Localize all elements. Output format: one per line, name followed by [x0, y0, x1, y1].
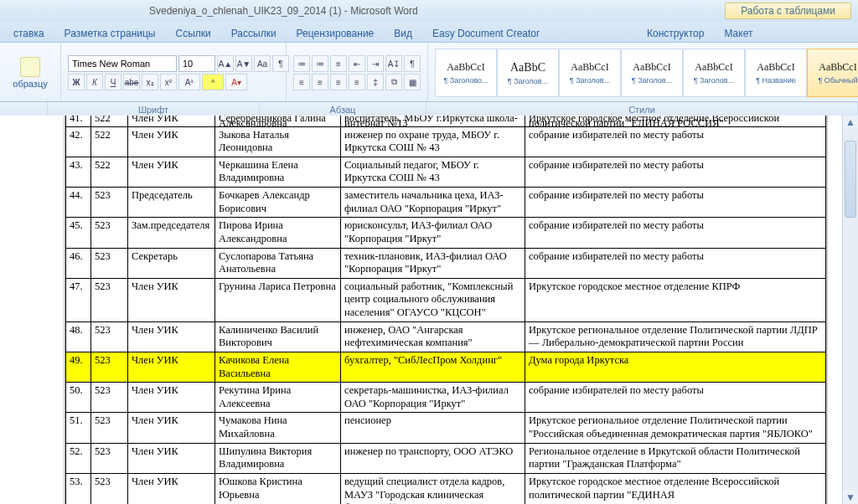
cell-role: Председатель — [128, 188, 215, 218]
cell-role: Член УИК — [128, 352, 215, 382]
font-color-button[interactable]: A▾ — [225, 74, 247, 90]
style-item-3[interactable]: AaBbCcI¶ Заголов... — [621, 49, 683, 97]
cell-nom: собрание избирателей по месту работы — [525, 126, 826, 157]
scroll-up-arrow[interactable]: ▲ — [843, 116, 858, 129]
highlight-button[interactable]: ᴬ — [202, 74, 224, 90]
cell-job: Социальный педагог, МБОУ г. Иркутска СОШ… — [341, 157, 525, 187]
style-label: ¶ Заголов... — [632, 76, 672, 85]
style-item-2[interactable]: AaBbCcI¶ Заголов... — [559, 49, 621, 97]
cell-code: 523 — [91, 321, 128, 352]
table-row[interactable]: 52.523Член УИКШипулина Виктория Владимир… — [66, 443, 826, 473]
window-title: Svedeniya_o_chlenah_UIK23_09_2014 (1) - … — [141, 5, 691, 17]
shading-button[interactable]: ⧉ — [385, 74, 402, 90]
align-right-button[interactable]: ≡ — [330, 74, 347, 90]
cell-role: Секретарь — [128, 248, 215, 278]
scroll-down-arrow[interactable]: ▼ — [843, 491, 858, 504]
cell-code: 523 — [91, 278, 128, 321]
cell-job: секретарь-машинистка, ИАЗ-филиал ОАО "Ко… — [341, 383, 525, 413]
decrease-indent-button[interactable]: ⇤ — [349, 55, 365, 72]
align-left-button[interactable]: ≡ — [293, 74, 310, 90]
line-spacing-button[interactable]: ‡ — [367, 74, 384, 90]
group-paragraph: ≔ ≔ ≡ ⇤ ⇥ A↧ ¶ ≡ ≡ ≡ ≡ ‡ ⧉ ▦ — [287, 43, 428, 101]
multilevel-button[interactable]: ≡ — [330, 55, 347, 72]
tab-table-design[interactable]: Конструктор — [638, 24, 712, 42]
style-item-0[interactable]: AaBbCcI¶ Заголово... — [435, 49, 497, 97]
cell-n: 47. — [66, 278, 91, 321]
cell-role: Член УИК — [128, 383, 215, 413]
style-label: ¶ Заголов... — [694, 76, 734, 85]
table-row[interactable]: 46.523СекретарьСуслопарова Татьяна Анато… — [66, 248, 826, 278]
table-row[interactable]: 42.522Член УИКЗыкова Наталья Леонидовнаи… — [66, 126, 826, 157]
table-row[interactable]: 44.523ПредседательБочкарев Александр Бор… — [66, 188, 826, 218]
underline-button[interactable]: Ч — [105, 74, 121, 90]
tab-view[interactable]: Вид — [385, 24, 421, 42]
superscript-button[interactable]: x² — [160, 74, 177, 90]
vertical-scrollbar[interactable]: ▲ ▼ — [842, 116, 858, 504]
align-justify-button[interactable]: ≡ — [349, 74, 365, 90]
tab-review[interactable]: Рецензирование — [288, 24, 383, 42]
align-center-button[interactable]: ≡ — [312, 74, 328, 90]
cell-nom: собрание избирателей по месту работы — [525, 188, 826, 218]
cell-n: 52. — [66, 443, 91, 473]
table-row[interactable]: 48.523Член УИККалиниченко Василий Виктор… — [66, 321, 826, 352]
borders-button[interactable]: ▦ — [404, 74, 421, 90]
subscript-button[interactable]: x₂ — [142, 74, 158, 90]
format-painter-button[interactable]: образцу — [7, 57, 54, 89]
table-row[interactable]: 49.523Член УИККачикова Елена Васильевнаб… — [66, 352, 826, 382]
shrink-font-button[interactable]: A▼ — [235, 55, 252, 72]
tab-insert[interactable]: ставка — [5, 24, 53, 42]
cell-role: Член УИК — [128, 278, 215, 321]
text-effects-button[interactable]: Aᵃ — [178, 74, 200, 90]
cell-code: 523 — [91, 383, 128, 413]
tab-easy-doc-creator[interactable]: Easy Document Creator — [424, 24, 548, 42]
cell-code: 522 — [91, 116, 128, 126]
style-sample: AaBbCcI — [633, 61, 670, 74]
cell-name: Качикова Елена Васильевна — [215, 352, 341, 382]
members-table[interactable]: 41.522Член УИКСеребренникова Галина Алек… — [65, 116, 826, 504]
table-row[interactable]: 47.523Член УИКГрунина Лариса Петровнасоц… — [66, 278, 826, 321]
cell-nom: собрание избирателей по месту работы — [525, 218, 826, 248]
numbering-button[interactable]: ≔ — [312, 55, 328, 72]
table-row[interactable]: 51.523Член УИКЧумакова Нина Михайловнапе… — [66, 413, 826, 443]
style-item-1[interactable]: AaBbC¶ Заголов... — [497, 49, 559, 97]
cell-name: Черкашина Елена Владимировна — [215, 157, 341, 187]
bullets-button[interactable]: ≔ — [293, 55, 310, 72]
cell-job: заместитель начальника цеха, ИАЗ-филиал … — [341, 188, 525, 218]
tab-page-layout[interactable]: Разметка страницы — [56, 24, 164, 42]
cell-nom: собрание избирателей по месту работы — [525, 157, 826, 187]
font-size-combo[interactable]: 10 — [178, 55, 215, 72]
cell-job: ведущий специалист отдела кадров, МАУЗ "… — [341, 473, 525, 504]
style-item-6[interactable]: AaBbCcI¶ Обычный — [807, 49, 858, 97]
grow-font-button[interactable]: A▲ — [217, 55, 234, 72]
table-row[interactable]: 41.522Член УИКСеребренникова Галина Алек… — [66, 116, 826, 126]
strikethrough-button[interactable]: abe — [123, 74, 140, 90]
bold-button[interactable]: Ж — [68, 74, 85, 90]
scroll-thumb[interactable] — [845, 141, 856, 218]
sort-button[interactable]: A↧ — [385, 55, 402, 72]
style-item-4[interactable]: AaBbCcI¶ Заголов... — [683, 49, 745, 97]
group-clipboard: образцу — [0, 43, 61, 101]
style-sample: AaBbC — [510, 61, 545, 75]
cell-name: Шипулина Виктория Владимировна — [215, 443, 341, 473]
table-row[interactable]: 45.523Зам.председателяПирова Ирина Алекс… — [66, 218, 826, 248]
tab-table-layout[interactable]: Макет — [716, 24, 761, 42]
italic-button[interactable]: К — [86, 74, 103, 90]
cell-n: 50. — [66, 383, 91, 413]
style-item-5[interactable]: AaBbCcI¶ Название — [745, 49, 807, 97]
font-name-combo[interactable]: Times New Roman — [68, 55, 177, 72]
table-row[interactable]: 50.523Член УИКРекутина Ирина Алексеевнас… — [66, 383, 826, 413]
cell-nom: Иркутское региональное отделение Политич… — [525, 413, 826, 443]
table-row[interactable]: 53.523Член УИКЮшкова Кристина Юрьевнавед… — [66, 473, 826, 504]
cell-nom: собрание избирателей по месту работы — [525, 383, 826, 413]
cell-nom: Региональное отделение в Иркутской облас… — [525, 443, 826, 473]
cell-nom: Иркутское региональное отделение Политич… — [525, 321, 826, 352]
table-row[interactable]: 43.522Член УИКЧеркашина Елена Владимиров… — [66, 157, 826, 187]
cell-job: социальный работник, "Комплексный центр … — [341, 278, 525, 321]
change-case-button[interactable]: Aa — [254, 55, 271, 72]
tab-mailings[interactable]: Рассылки — [223, 24, 285, 42]
cell-code: 523 — [91, 218, 128, 248]
style-sample: AaBbCcI — [819, 61, 856, 74]
tab-references[interactable]: Ссылки — [167, 24, 219, 42]
show-marks-button[interactable]: ¶ — [404, 55, 421, 72]
increase-indent-button[interactable]: ⇥ — [367, 55, 384, 72]
